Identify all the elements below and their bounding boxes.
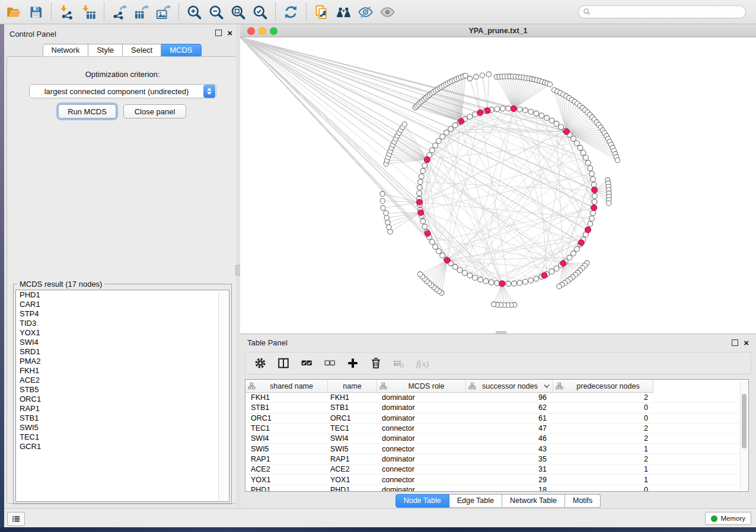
network-canvas[interactable] <box>240 37 756 334</box>
mcds-result-item[interactable]: FKH1 <box>16 366 229 376</box>
mcds-result-list[interactable]: PHD1CAR1STP4TID3YOX1SWI4SRD1PMA2FKH1ACE2… <box>15 290 229 502</box>
close-table-panel-icon[interactable]: × <box>744 340 749 345</box>
table-row[interactable]: ACE2ACE2connector311 <box>245 464 740 475</box>
delete-rows-button[interactable] <box>369 357 382 370</box>
mcds-result-item[interactable]: PMA2 <box>16 357 229 366</box>
clone-network-button[interactable] <box>312 3 330 21</box>
run-mcds-button[interactable]: Run MCDS <box>58 104 116 118</box>
sort-desc-icon <box>544 384 550 389</box>
table-row[interactable]: SWI4SWI4dominator462 <box>245 434 740 444</box>
mcds-result-item[interactable]: RAP1 <box>16 404 229 414</box>
mcds-result-item[interactable]: SRD1 <box>16 347 229 357</box>
table-row[interactable]: TEC1TEC1connector472 <box>245 424 740 434</box>
tab-edge-table[interactable]: Edge Table <box>449 494 502 508</box>
mcds-result-item[interactable]: ACE2 <box>16 376 229 385</box>
table-row[interactable]: ORC1ORC1dominator610 <box>245 414 740 424</box>
table-row[interactable]: STB1STB1dominator620 <box>245 403 740 413</box>
mcds-list-scrollbar[interactable] <box>218 291 224 501</box>
tab-mcds[interactable]: MCDS <box>161 44 201 57</box>
refresh-view-icon <box>283 4 299 20</box>
import-table-file-button[interactable] <box>79 3 97 21</box>
ring-nodes[interactable] <box>417 106 598 287</box>
table-row[interactable]: FKH1FKH1dominator962 <box>245 393 740 403</box>
criterion-select[interactable]: largest connected component (undirected) <box>29 84 216 98</box>
mcds-result-item[interactable]: GCR1 <box>16 442 229 451</box>
zoom-fit-button[interactable] <box>229 3 247 21</box>
close-panel-icon[interactable]: × <box>227 30 232 36</box>
status-bar: Memory <box>4 508 756 527</box>
column-header-MCDS-role[interactable]: MCDS role <box>377 380 466 392</box>
save-session-button[interactable] <box>27 3 44 21</box>
cell: 35 <box>466 455 553 463</box>
tab-network-table[interactable]: Network Table <box>502 494 565 508</box>
export-network-button[interactable] <box>110 3 128 21</box>
memory-status-dot <box>711 515 717 522</box>
deselect-all-rows-button[interactable] <box>323 357 336 370</box>
cell: SWI4 <box>328 434 377 443</box>
hide-panels-button[interactable] <box>356 3 374 21</box>
column-header-successor-nodes[interactable]: successor nodes <box>466 380 553 392</box>
mcds-result-item[interactable]: CAR1 <box>16 300 229 309</box>
zoom-selected-button[interactable] <box>251 3 269 21</box>
table-scrollbar-thumb[interactable] <box>742 394 747 448</box>
table-panel: Table Panel × f(x) shared namenameMCDS r… <box>240 334 756 508</box>
desktop-wallpaper-left <box>0 24 4 532</box>
refresh-view-button[interactable] <box>282 3 299 21</box>
table-toolbar: f(x) <box>245 352 751 374</box>
optimization-criterion-label: Optimization criterion: <box>7 70 238 79</box>
export-image-button[interactable] <box>154 3 172 21</box>
function-builder-button: f(x) <box>416 357 429 370</box>
list-icon <box>11 514 21 524</box>
cell: SWI5 <box>328 445 377 453</box>
mcds-result-item[interactable]: STB1 <box>16 414 229 423</box>
table-scrollbar[interactable] <box>740 381 748 490</box>
select-all-rows-button[interactable] <box>300 357 313 370</box>
table-row[interactable]: PHD1PHD1dominator180 <box>245 485 740 492</box>
network-graph[interactable] <box>240 37 756 334</box>
memory-button[interactable]: Memory <box>705 512 751 525</box>
add-row-button[interactable] <box>346 357 359 370</box>
table-row[interactable]: RAP1RAP1dominator352 <box>245 454 740 464</box>
mcds-result-item[interactable]: STP4 <box>16 309 229 319</box>
export-table-button[interactable] <box>132 3 150 21</box>
search-box[interactable] <box>578 5 746 18</box>
mcds-result-item[interactable]: PHD1 <box>16 290 229 300</box>
column-header-predecessor-nodes[interactable]: predecessor nodes <box>553 380 653 392</box>
column-header-name[interactable]: name <box>328 380 377 392</box>
criterion-select-value: largest connected component (undirected) <box>30 87 203 96</box>
mcds-result-item[interactable]: SWI4 <box>16 338 229 347</box>
mcds-result-item[interactable]: SWI5 <box>16 423 229 432</box>
mcds-result-item[interactable]: TID3 <box>16 319 229 328</box>
mcds-result-item[interactable]: STB5 <box>16 385 229 395</box>
network-window-titlebar[interactable]: YPA_prune.txt_1 <box>240 24 756 37</box>
mcds-result-item[interactable]: TEC1 <box>16 432 229 442</box>
table-row[interactable]: SWI5SWI5connector431 <box>245 444 740 454</box>
cell: 43 <box>466 445 553 453</box>
tab-node-table[interactable]: Node Table <box>395 494 449 508</box>
search-input[interactable] <box>592 8 745 16</box>
mcds-result-item[interactable]: YOX1 <box>16 328 229 338</box>
float-panel-icon[interactable] <box>215 30 222 36</box>
export-network-icon <box>111 4 127 20</box>
birds-eye-view-button[interactable] <box>334 3 352 21</box>
tab-style[interactable]: Style <box>88 44 123 57</box>
tab-select[interactable]: Select <box>123 44 161 57</box>
column-header-shared-name[interactable]: shared name <box>245 380 328 392</box>
close-panel-button[interactable]: Close panel <box>123 104 186 118</box>
control-panel-title: Control Panel <box>9 30 56 39</box>
float-table-panel-icon[interactable] <box>732 339 738 346</box>
tab-motifs[interactable]: Motifs <box>565 494 601 508</box>
column-type-icon <box>468 382 476 390</box>
table-row[interactable]: YOX1YOX1connector291 <box>245 475 740 485</box>
mcds-result-item[interactable]: ORC1 <box>16 395 229 404</box>
tab-network[interactable]: Network <box>42 44 88 57</box>
cell: 0 <box>553 486 653 492</box>
zoom-in-button[interactable] <box>185 3 203 21</box>
toggle-columns-button[interactable] <box>277 357 290 370</box>
leaf-nodes[interactable] <box>380 72 620 307</box>
import-network-file-button[interactable] <box>58 3 75 21</box>
table-settings-gear-button[interactable] <box>254 357 267 370</box>
command-panel-button[interactable] <box>7 512 25 526</box>
open-session-button[interactable] <box>5 3 23 21</box>
zoom-out-button[interactable] <box>207 3 225 21</box>
